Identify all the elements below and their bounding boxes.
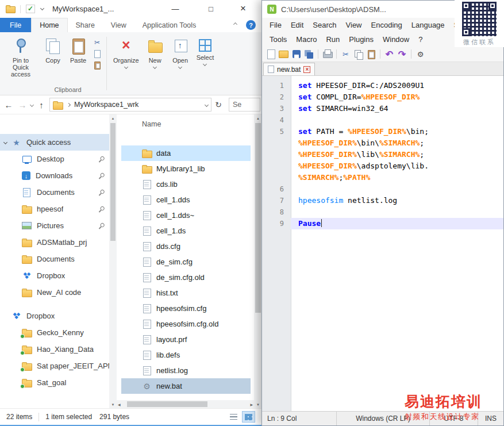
save-all-icon[interactable] bbox=[304, 49, 314, 59]
organize-button[interactable]: Organize bbox=[110, 34, 142, 95]
menu-file[interactable]: File bbox=[265, 21, 286, 29]
chevron-down-icon[interactable] bbox=[3, 140, 7, 144]
forward-button[interactable] bbox=[16, 98, 29, 112]
code-line[interactable]: 4 bbox=[262, 114, 503, 126]
settings-icon[interactable]: ⚙ bbox=[415, 49, 425, 59]
menu-encoding[interactable]: Encoding bbox=[367, 21, 407, 29]
code-line[interactable]: %HPEESOF_DIR%\bin\%SIMARCH%; bbox=[262, 137, 503, 149]
file-row-cell-1-ds[interactable]: cell_1.ds bbox=[121, 223, 251, 239]
menu-plugins[interactable]: Plugins bbox=[344, 35, 378, 44]
cut-icon[interactable]: ✂ bbox=[341, 49, 351, 59]
redo-icon[interactable]: ↷ bbox=[397, 49, 407, 59]
scroll-up-icon[interactable] bbox=[109, 114, 117, 122]
new-file-icon[interactable] bbox=[266, 49, 276, 59]
close-tab-icon[interactable] bbox=[303, 66, 310, 73]
code-line[interactable]: 9Pause bbox=[262, 218, 503, 229]
nav-scrollbar[interactable] bbox=[109, 114, 117, 408]
sidebar-item-new-ai-code[interactable]: New_AI code bbox=[0, 284, 109, 301]
cut-icon[interactable] bbox=[93, 39, 102, 46]
sidebar-item-downloads[interactable]: ↓Downloads bbox=[0, 167, 109, 184]
code-line[interactable]: %HPEESOF_DIR%\lib\%SIMARCH%; bbox=[262, 149, 503, 160]
copy-button[interactable]: Copy bbox=[41, 34, 65, 65]
ribbon-tab-share[interactable]: Share bbox=[68, 18, 103, 32]
paste-icon[interactable] bbox=[366, 49, 376, 59]
thumbnail-view-button[interactable] bbox=[242, 411, 255, 423]
open-folder-icon[interactable] bbox=[279, 49, 288, 59]
file-row-hpeesofsim-cfg[interactable]: hpeesofsim.cfg bbox=[121, 301, 251, 316]
code-line[interactable]: 7hpeesofsim netlist.log bbox=[262, 195, 503, 206]
file-row-de-sim-cfg[interactable]: de_sim.cfg bbox=[121, 254, 251, 270]
sidebar-item-sat-goal[interactable]: Sat_goal bbox=[0, 374, 109, 391]
scroll-right-icon[interactable] bbox=[250, 402, 253, 406]
code-line[interactable]: 6 bbox=[262, 183, 503, 195]
file-row-cds-lib[interactable]: cds.lib bbox=[121, 176, 251, 192]
tab-new-bat[interactable]: new.bat bbox=[263, 63, 315, 75]
sidebar-item-adsmatlab-prj[interactable]: ADSMatlab_prj bbox=[0, 234, 109, 251]
scrollbar-thumb[interactable] bbox=[110, 123, 116, 241]
help-button[interactable] bbox=[246, 20, 256, 30]
editor[interactable]: 1set HPEESOF_DIR=C:/ADS2009U12set COMPL_… bbox=[262, 76, 503, 411]
file-row-hpeesofsim-cfg-old[interactable]: hpeesofsim.cfg.old bbox=[121, 316, 251, 332]
menu-edit[interactable]: Edit bbox=[286, 21, 308, 29]
recent-locations-chevron-icon[interactable] bbox=[30, 102, 34, 106]
sidebar-item-dropbox[interactable]: Dropbox bbox=[0, 308, 109, 324]
code-line[interactable]: %SIMARCH%;%PATH% bbox=[262, 172, 503, 183]
file-row-cell-1-dds[interactable]: cell_1.dds~ bbox=[121, 208, 251, 223]
scrollbar-thumb[interactable] bbox=[255, 123, 261, 313]
select-button[interactable]: Select bbox=[194, 34, 217, 95]
file-row-netlist-log[interactable]: netlist.log bbox=[121, 363, 251, 378]
print-icon[interactable] bbox=[322, 49, 332, 59]
menu-window[interactable]: Window bbox=[378, 35, 414, 44]
ribbon-tab-application-tools[interactable]: Application Tools bbox=[134, 18, 205, 32]
back-button[interactable] bbox=[2, 98, 16, 112]
menu-run[interactable]: Run bbox=[321, 35, 344, 44]
explorer-titlebar[interactable]: MyWorkspace1_... — □ × bbox=[0, 0, 262, 18]
search-input[interactable]: Se bbox=[229, 98, 260, 112]
code-line[interactable]: 3set SIMARCH=win32_64 bbox=[262, 103, 503, 114]
sidebar-item-hao-xiang-data[interactable]: Hao_Xiang_Data bbox=[0, 341, 109, 358]
scroll-up-icon[interactable] bbox=[254, 114, 262, 122]
scroll-down-icon[interactable] bbox=[109, 401, 117, 408]
paste-shortcut-icon[interactable] bbox=[93, 62, 102, 69]
file-row-hist-txt[interactable]: hist.txt bbox=[121, 285, 251, 301]
copy-icon[interactable] bbox=[353, 49, 363, 59]
sidebar-item-pictures[interactable]: Pictures bbox=[0, 217, 109, 234]
sidebar-item-dropbox[interactable]: Dropbox bbox=[0, 267, 109, 284]
maximize-button[interactable]: □ bbox=[201, 0, 221, 17]
code-line[interactable]: 2set COMPL_DIR=%HPEESOF_DIR% bbox=[262, 91, 503, 103]
quick-access-toolbar-chevron-icon[interactable] bbox=[40, 6, 44, 10]
horizontal-scrollbar[interactable] bbox=[117, 400, 254, 408]
code-line[interactable]: 1set HPEESOF_DIR=C:/ADS2009U1 bbox=[262, 80, 503, 91]
save-icon[interactable] bbox=[291, 49, 301, 59]
menu-macro[interactable]: Macro bbox=[291, 35, 321, 44]
close-button[interactable]: × bbox=[233, 0, 253, 17]
sidebar-item-documents[interactable]: Documents bbox=[0, 184, 109, 201]
menu-search[interactable]: Search bbox=[308, 21, 341, 29]
file-row-mylibrary1-lib[interactable]: MyLibrary1_lib bbox=[121, 161, 251, 176]
sidebar-item-desktop[interactable]: Desktop bbox=[0, 151, 109, 167]
ribbon-tab-home[interactable]: Home bbox=[31, 18, 67, 32]
file-row-data[interactable]: data bbox=[121, 145, 251, 161]
pin-to-quick-access-button[interactable]: Pin to Quick access bbox=[2, 34, 40, 79]
breadcrumb[interactable]: MyWorkspace1_wrk bbox=[49, 98, 211, 112]
file-row-dds-cfg[interactable]: dds.cfg bbox=[121, 239, 251, 254]
menu-language[interactable]: Language bbox=[407, 21, 449, 29]
code-line[interactable]: 5set PATH = %HPEESOF_DIR%\bin; bbox=[262, 126, 503, 137]
scroll-left-icon[interactable] bbox=[118, 402, 121, 406]
copy-path-icon[interactable] bbox=[93, 50, 102, 57]
new-button[interactable]: New bbox=[143, 34, 167, 95]
up-button[interactable] bbox=[34, 98, 48, 112]
ribbon-collapse-icon[interactable] bbox=[233, 22, 237, 26]
sidebar-item-documents[interactable]: Documents bbox=[0, 251, 109, 267]
paste-button[interactable]: Paste bbox=[66, 34, 90, 65]
file-row-layout-prf[interactable]: layout.prf bbox=[121, 332, 251, 347]
file-row-cell-1-dds[interactable]: cell_1.dds bbox=[121, 192, 251, 208]
file-row-de-sim-cfg-old[interactable]: de_sim.cfg.old bbox=[121, 270, 251, 285]
menu-view[interactable]: View bbox=[341, 21, 367, 29]
refresh-icon[interactable] bbox=[211, 98, 225, 112]
scrollbar-thumb[interactable] bbox=[127, 401, 207, 407]
minimize-button[interactable]: — bbox=[166, 0, 185, 17]
sidebar-item-quick-access[interactable]: ★Quick access bbox=[0, 134, 109, 151]
sidebar-item-hpeesof[interactable]: hpeesof bbox=[0, 201, 109, 217]
column-header-name[interactable]: Name bbox=[117, 114, 254, 132]
